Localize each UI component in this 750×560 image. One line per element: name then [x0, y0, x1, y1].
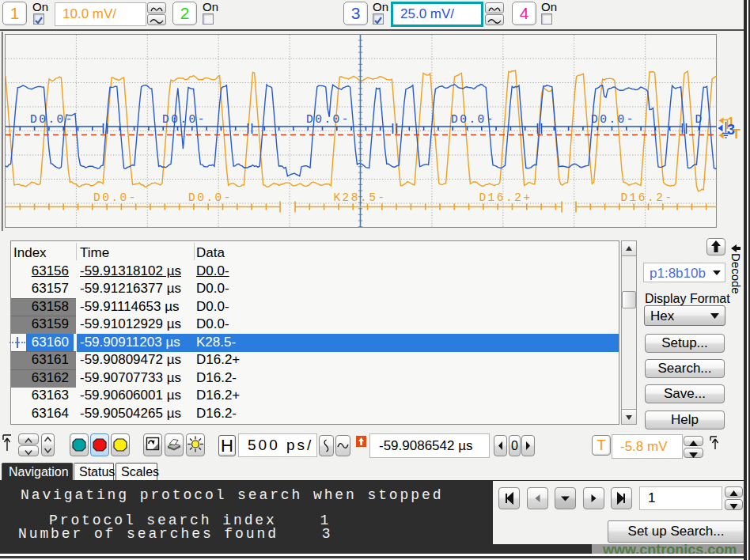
svg-text:T: T — [733, 127, 741, 142]
svg-text:D16.2+: D16.2+ — [479, 191, 532, 204]
svg-text:D0.0-: D0.0- — [591, 113, 635, 126]
svg-text:K28.5-: K28.5- — [333, 191, 386, 204]
svg-text:D0.0-: D0.0- — [451, 113, 495, 126]
svg-text:D: D — [695, 113, 703, 126]
svg-text:D0.0-: D0.0- — [306, 113, 350, 126]
svg-text:D0.0-: D0.0- — [30, 113, 74, 126]
svg-text:D0.0-: D0.0- — [188, 191, 233, 204]
svg-text:D0.0-: D0.0- — [162, 113, 206, 126]
svg-text:D16.2-: D16.2- — [620, 191, 673, 204]
svg-text:D0.0-: D0.0- — [93, 191, 138, 204]
